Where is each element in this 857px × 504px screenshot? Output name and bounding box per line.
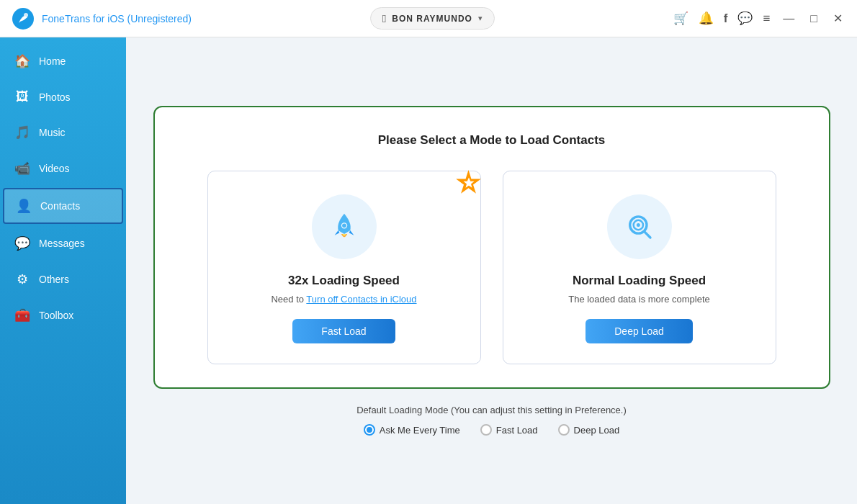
radio-circle-deep: [558, 424, 570, 436]
svg-marker-2: [463, 178, 474, 188]
content-area: Please Select a Mode to Load Contacts: [126, 37, 857, 504]
sidebar-item-toolbox[interactable]: 🧰 Toolbox: [0, 297, 126, 333]
sidebar-item-music[interactable]: 🎵 Music: [0, 114, 126, 150]
fast-load-speed: 32x Loading Speed: [288, 274, 400, 288]
main-card: Please Select a Mode to Load Contacts: [153, 106, 830, 389]
sidebar-label-home: Home: [39, 55, 66, 67]
card-title: Please Select a Mode to Load Contacts: [378, 133, 606, 148]
default-mode-section: Default Loading Mode (You can adjust thi…: [356, 405, 627, 436]
facebook-button[interactable]: f: [724, 12, 728, 26]
sidebar-item-home[interactable]: 🏠 Home: [0, 43, 126, 79]
sidebar-item-others[interactable]: ⚙ Others: [0, 261, 126, 297]
sidebar-label-photos: Photos: [39, 91, 71, 103]
sidebar-label-music: Music: [39, 127, 66, 138]
default-mode-text: Default Loading Mode (You can adjust thi…: [356, 405, 627, 415]
radio-deep-load[interactable]: Deep Load: [558, 424, 620, 436]
deep-load-card: Normal Loading Speed The loaded data is …: [503, 171, 776, 364]
search-icon: [622, 209, 658, 245]
radio-circle-ask: [364, 424, 375, 436]
radio-circle-fast: [480, 424, 492, 436]
app-logo-icon: [12, 7, 35, 30]
badge-star-icon: [456, 170, 482, 196]
chat-button[interactable]: 💬: [737, 11, 753, 26]
icloud-link[interactable]: Turn off Contacts in iCloud: [306, 294, 416, 305]
svg-point-8: [636, 223, 640, 227]
photos-icon: 🖼: [14, 89, 30, 104]
videos-icon: 📹: [14, 161, 30, 176]
rocket-icon: [326, 209, 362, 245]
main-layout: 🏠 Home 🖼 Photos 🎵 Music 📹 Videos 👤 Conta…: [0, 37, 857, 504]
fast-load-card: 32x Loading Speed Need to Turn off Conta…: [207, 171, 481, 364]
sidebar-label-contacts: Contacts: [40, 200, 80, 212]
radio-group: Ask Me Every Time Fast Load Deep Load: [364, 424, 619, 436]
deep-load-desc: The loaded data is more complete: [568, 294, 710, 305]
close-button[interactable]: ✕: [830, 10, 845, 27]
svg-point-5: [342, 223, 346, 228]
svg-point-1: [24, 13, 28, 17]
radio-fast-load[interactable]: Fast Load: [480, 424, 538, 436]
cart-button[interactable]: 🛒: [673, 11, 688, 26]
radio-ask-me[interactable]: Ask Me Every Time: [364, 424, 460, 436]
radio-label-fast: Fast Load: [496, 425, 538, 436]
svg-line-9: [644, 232, 650, 238]
sidebar-item-photos[interactable]: 🖼 Photos: [0, 79, 126, 114]
deep-load-icon-circle: [607, 194, 672, 259]
minimize-button[interactable]: —: [780, 11, 797, 27]
radio-label-ask: Ask Me Every Time: [380, 425, 460, 436]
gift-button[interactable]: 🔔: [699, 11, 714, 26]
app-title: FoneTrans for iOS (Unregistered): [42, 13, 192, 24]
messages-icon: 💬: [14, 235, 30, 251]
sidebar-label-videos: Videos: [39, 163, 70, 174]
title-bar-left: FoneTrans for iOS (Unregistered): [12, 7, 192, 30]
sidebar-item-messages[interactable]: 💬 Messages: [0, 225, 126, 261]
fast-load-button[interactable]: Fast Load: [292, 319, 395, 343]
title-bar-right: 🛒 🔔 f 💬 ≡ — □ ✕: [673, 10, 845, 27]
fast-load-icon-circle: [312, 194, 377, 259]
fast-load-desc: Need to Turn off Contacts in iCloud: [271, 294, 416, 305]
radio-label-deep: Deep Load: [574, 425, 620, 436]
sidebar-item-videos[interactable]: 📹 Videos: [0, 150, 126, 186]
device-selector[interactable]:  BON RAYMUNDO ▾: [370, 7, 495, 30]
sidebar-label-toolbox: Toolbox: [39, 310, 73, 321]
deep-load-button[interactable]: Deep Load: [585, 319, 693, 343]
menu-button[interactable]: ≡: [763, 12, 770, 26]
home-icon: 🏠: [14, 53, 30, 69]
restore-button[interactable]: □: [807, 11, 820, 27]
others-icon: ⚙: [14, 271, 30, 287]
device-name: BON RAYMUNDO: [392, 14, 472, 24]
sidebar-item-contacts[interactable]: 👤 Contacts: [3, 188, 123, 224]
title-bar: FoneTrans for iOS (Unregistered)  BON R…: [0, 0, 857, 37]
toolbox-icon: 🧰: [14, 307, 30, 323]
sidebar-label-others: Others: [39, 274, 69, 285]
apple-icon: : [382, 12, 386, 24]
dropdown-chevron-icon: ▾: [478, 14, 483, 23]
sidebar-label-messages: Messages: [39, 238, 85, 249]
music-icon: 🎵: [14, 125, 30, 140]
contacts-icon: 👤: [16, 198, 32, 214]
deep-load-speed: Normal Loading Speed: [573, 274, 706, 288]
mode-cards: 32x Loading Speed Need to Turn off Conta…: [184, 171, 800, 364]
sidebar: 🏠 Home 🖼 Photos 🎵 Music 📹 Videos 👤 Conta…: [0, 37, 126, 504]
